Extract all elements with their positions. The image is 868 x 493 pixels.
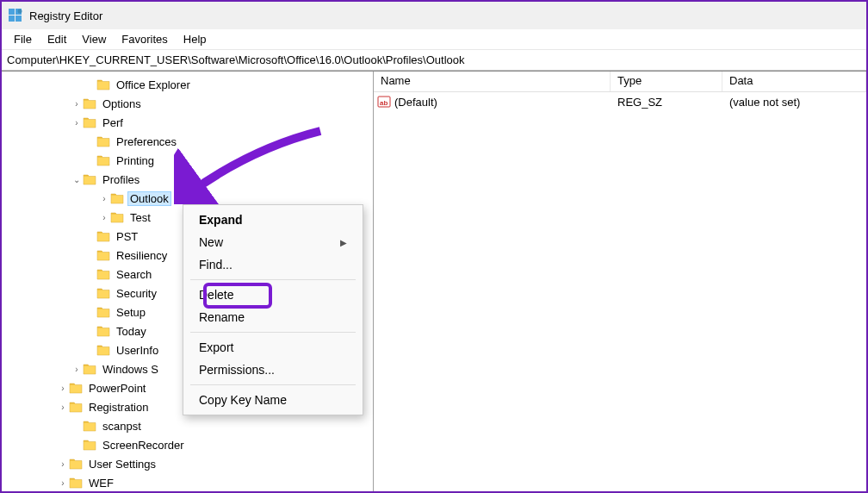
- ctx-expand[interactable]: Expand: [183, 209, 363, 231]
- tree-item[interactable]: Printing: [2, 151, 373, 170]
- value-name: (Default): [394, 96, 437, 109]
- tree-item-label: Office Explorer: [114, 78, 193, 92]
- value-data: (value not set): [722, 93, 866, 111]
- chevron-right-icon[interactable]: ›: [71, 97, 83, 109]
- chevron-right-icon[interactable]: ›: [57, 458, 69, 470]
- tree-item-label: PST: [114, 229, 140, 244]
- context-menu: Expand New▶ Find... Delete Rename Export…: [183, 204, 363, 415]
- list-pane[interactable]: Name Type Data ab (Default) REG_SZ (valu…: [374, 72, 866, 491]
- toggle-spacer: [84, 78, 96, 90]
- main-content: Office Explorer›Options›PerfPreferencesP…: [2, 71, 866, 491]
- ctx-permissions[interactable]: Permissions...: [183, 359, 363, 381]
- toggle-spacer: [84, 230, 96, 242]
- menu-file[interactable]: File: [7, 31, 39, 47]
- folder-icon: [96, 268, 110, 280]
- tree-item-label: Options: [100, 97, 144, 111]
- tree-item[interactable]: Office Explorer: [2, 75, 373, 94]
- tree-item-label: Security: [114, 286, 159, 301]
- tree-item-label: Registration: [86, 400, 151, 415]
- toggle-spacer: [71, 420, 83, 432]
- tree-item-label: UserInfo: [114, 343, 161, 358]
- chevron-right-icon[interactable]: ›: [71, 116, 83, 128]
- tree-item[interactable]: ScreenRecorder: [2, 435, 373, 454]
- regedit-icon: [9, 9, 22, 22]
- col-header-name[interactable]: Name: [374, 72, 611, 91]
- folder-icon: [96, 287, 110, 299]
- chevron-right-icon[interactable]: ›: [57, 401, 69, 413]
- folder-icon: [96, 344, 110, 356]
- toggle-spacer: [84, 344, 96, 356]
- chevron-right-icon[interactable]: ›: [71, 363, 83, 375]
- titlebar: Registry Editor: [2, 2, 866, 29]
- folder-icon: [96, 78, 110, 90]
- chevron-right-icon[interactable]: ›: [98, 211, 110, 223]
- toggle-spacer: [71, 439, 83, 451]
- tree-item[interactable]: ›Options: [2, 94, 373, 113]
- tree-item[interactable]: ›Perf: [2, 113, 373, 132]
- tree-item-label: Search: [114, 267, 154, 282]
- menu-favorites[interactable]: Favorites: [115, 31, 174, 47]
- toggle-spacer: [84, 268, 96, 280]
- toggle-spacer: [84, 306, 96, 318]
- window-title: Registry Editor: [29, 9, 102, 22]
- tree-item-label: Preferences: [114, 134, 179, 149]
- folder-icon: [83, 97, 96, 109]
- folder-icon: [96, 154, 110, 166]
- folder-icon: [83, 116, 96, 128]
- tree-item-label: PowerPoint: [86, 381, 148, 396]
- svg-point-4: [18, 9, 22, 14]
- folder-icon: [83, 420, 96, 432]
- toggle-spacer: [84, 287, 96, 299]
- tree-item-label: Test: [127, 210, 153, 225]
- folder-icon: [110, 211, 124, 223]
- tree-item-label: Outlook: [127, 191, 171, 206]
- folder-icon: [96, 135, 110, 147]
- folder-icon: [83, 173, 96, 185]
- tree-item[interactable]: Preferences: [2, 132, 373, 151]
- chevron-right-icon[interactable]: ›: [57, 382, 69, 394]
- chevron-down-icon[interactable]: ⌄: [71, 173, 83, 185]
- ctx-separator: [190, 279, 356, 280]
- tree-item-label: Setup: [114, 305, 148, 320]
- addressbar-text: Computer\HKEY_CURRENT_USER\Software\Micr…: [7, 53, 465, 66]
- tree-item[interactable]: ›WEF: [2, 473, 373, 491]
- toggle-spacer: [84, 325, 96, 337]
- menu-edit[interactable]: Edit: [40, 31, 73, 47]
- ctx-rename[interactable]: Rename: [183, 306, 363, 328]
- ctx-export[interactable]: Export: [183, 336, 363, 359]
- tree-item-label: User Settings: [86, 457, 158, 471]
- tree-item-label: scanpst: [100, 419, 144, 434]
- folder-icon: [96, 325, 110, 337]
- list-row[interactable]: ab (Default) REG_SZ (value not set): [374, 92, 866, 111]
- tree-item-label: Profiles: [100, 172, 142, 187]
- chevron-right-icon[interactable]: ›: [57, 477, 69, 489]
- toggle-spacer: [84, 135, 96, 147]
- toggle-spacer: [84, 154, 96, 166]
- tree-item-label: ScreenRecorder: [100, 438, 187, 452]
- ctx-find[interactable]: Find...: [183, 253, 363, 276]
- addressbar[interactable]: Computer\HKEY_CURRENT_USER\Software\Micr…: [2, 50, 866, 71]
- chevron-right-icon[interactable]: ›: [98, 192, 110, 204]
- tree-item-label: Today: [114, 324, 149, 339]
- ctx-new[interactable]: New▶: [183, 231, 363, 253]
- folder-icon: [96, 249, 110, 261]
- col-header-type[interactable]: Type: [611, 72, 722, 91]
- tree-item[interactable]: ⌄Profiles: [2, 170, 373, 189]
- ctx-separator: [190, 384, 356, 385]
- folder-icon: [69, 401, 83, 413]
- tree-item[interactable]: ›User Settings: [2, 454, 373, 473]
- tree-item-label: Windows S: [100, 362, 161, 377]
- ctx-delete[interactable]: Delete: [183, 284, 363, 306]
- string-value-icon: ab: [377, 95, 391, 109]
- tree-item[interactable]: scanpst: [2, 416, 373, 435]
- menu-view[interactable]: View: [75, 31, 113, 47]
- menu-help[interactable]: Help: [177, 31, 214, 47]
- menubar: File Edit View Favorites Help: [2, 29, 866, 50]
- folder-icon: [96, 306, 110, 318]
- col-header-data[interactable]: Data: [722, 72, 866, 91]
- toggle-spacer: [84, 249, 96, 261]
- folder-icon: [83, 363, 96, 375]
- tree-item-label: Perf: [100, 115, 126, 130]
- list-header: Name Type Data: [374, 72, 866, 92]
- ctx-copy-key-name[interactable]: Copy Key Name: [183, 389, 363, 411]
